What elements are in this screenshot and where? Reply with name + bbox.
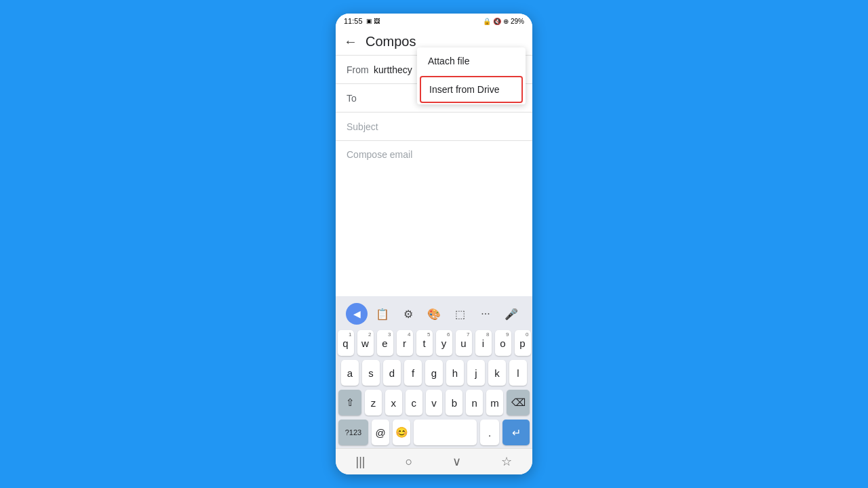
- settings-icon[interactable]: ⚙: [397, 303, 419, 325]
- numbers-key[interactable]: ?123: [338, 420, 368, 445]
- time-display: 11:55: [344, 17, 363, 25]
- nav-bar: ||| ○ ∨ ☆: [336, 448, 532, 474]
- subject-row[interactable]: Subject: [336, 113, 532, 141]
- key-o[interactable]: o9: [495, 330, 511, 356]
- key-p[interactable]: p0: [515, 330, 531, 356]
- key-v[interactable]: v: [426, 390, 443, 415]
- key-l[interactable]: l: [509, 360, 527, 386]
- compose-placeholder: Compose email: [347, 149, 412, 160]
- nav-recents-icon[interactable]: ☆: [501, 454, 512, 469]
- emoji-key[interactable]: 😊: [393, 420, 410, 445]
- key-t[interactable]: t5: [416, 330, 433, 356]
- from-label: From: [347, 64, 374, 75]
- nav-home-icon[interactable]: ○: [406, 455, 413, 469]
- key-j[interactable]: j: [467, 360, 485, 386]
- key-row-3: ⇧ z x c v b n m ⌫: [338, 390, 530, 415]
- keyboard: ◀ 📋 ⚙ 🎨 ⬚ ··· 🎤 q1 w2 e3 r4 t5 y6 u7 i8 …: [336, 296, 532, 448]
- image-icon[interactable]: ⬚: [449, 303, 471, 325]
- key-u[interactable]: u7: [456, 330, 472, 356]
- backspace-key[interactable]: ⌫: [507, 390, 530, 415]
- key-row-2: a s d f g h j k l: [338, 360, 530, 386]
- key-d[interactable]: d: [383, 360, 401, 386]
- status-bar: 11:55 ▣ 🖼 🔒 🔇 ⊕ 29%: [336, 14, 532, 28]
- key-g[interactable]: g: [425, 360, 443, 386]
- period-key[interactable]: .: [480, 420, 499, 445]
- key-z[interactable]: z: [365, 390, 382, 415]
- nav-menu-icon[interactable]: |||: [356, 455, 366, 469]
- mic-icon[interactable]: 🎤: [500, 303, 522, 325]
- key-h[interactable]: h: [446, 360, 464, 386]
- space-key[interactable]: [414, 420, 477, 445]
- status-time: 11:55 ▣ 🖼: [344, 17, 380, 25]
- key-w[interactable]: w2: [357, 330, 374, 356]
- key-y[interactable]: y6: [436, 330, 452, 356]
- enter-key[interactable]: ↵: [502, 420, 530, 445]
- subject-placeholder: Subject: [347, 121, 378, 132]
- key-n[interactable]: n: [466, 390, 483, 415]
- phone-screen: 11:55 ▣ 🖼 🔒 🔇 ⊕ 29% ← Compos Attach file…: [336, 14, 532, 474]
- key-i[interactable]: i8: [475, 330, 492, 356]
- key-c[interactable]: c: [406, 390, 422, 415]
- key-f[interactable]: f: [404, 360, 422, 386]
- dropdown-menu: Attach file Insert from Drive: [417, 47, 526, 104]
- mute-icon: 🔇: [493, 18, 501, 25]
- key-x[interactable]: x: [385, 390, 402, 415]
- key-e[interactable]: e3: [377, 330, 393, 356]
- key-row-4: ?123 @ 😊 . ↵: [338, 420, 530, 445]
- keyboard-rows: q1 w2 e3 r4 t5 y6 u7 i8 o9 p0 a s d f g …: [338, 330, 530, 445]
- key-b[interactable]: b: [446, 390, 462, 415]
- key-r[interactable]: r4: [397, 330, 413, 356]
- more-icon[interactable]: ···: [475, 303, 496, 325]
- clipboard-icon[interactable]: 📋: [372, 303, 393, 325]
- compose-area[interactable]: Compose email: [336, 141, 532, 296]
- insert-from-drive-option[interactable]: Insert from Drive: [420, 76, 523, 103]
- back-button[interactable]: ←: [344, 34, 357, 49]
- wifi-icon: ⊕: [503, 18, 509, 25]
- status-right: 🔒 🔇 ⊕ 29%: [483, 18, 524, 25]
- key-k[interactable]: k: [488, 360, 506, 386]
- keyboard-back-icon[interactable]: ◀: [346, 303, 368, 325]
- at-key[interactable]: @: [372, 420, 389, 445]
- nav-back-icon[interactable]: ∨: [452, 454, 461, 469]
- battery-display: 29%: [511, 18, 524, 25]
- palette-icon[interactable]: 🎨: [423, 303, 445, 325]
- lock-icon: 🔒: [483, 18, 491, 25]
- key-s[interactable]: s: [362, 360, 380, 386]
- to-label: To: [347, 93, 374, 104]
- status-icons: ▣ 🖼: [366, 18, 380, 24]
- shift-key[interactable]: ⇧: [338, 390, 361, 415]
- attach-file-option[interactable]: Attach file: [417, 47, 526, 75]
- key-a[interactable]: a: [341, 360, 359, 386]
- keyboard-toolbar: ◀ 📋 ⚙ 🎨 ⬚ ··· 🎤: [338, 300, 530, 327]
- key-m[interactable]: m: [486, 390, 503, 415]
- key-row-1: q1 w2 e3 r4 t5 y6 u7 i8 o9 p0: [338, 330, 530, 356]
- key-q[interactable]: q1: [338, 330, 354, 356]
